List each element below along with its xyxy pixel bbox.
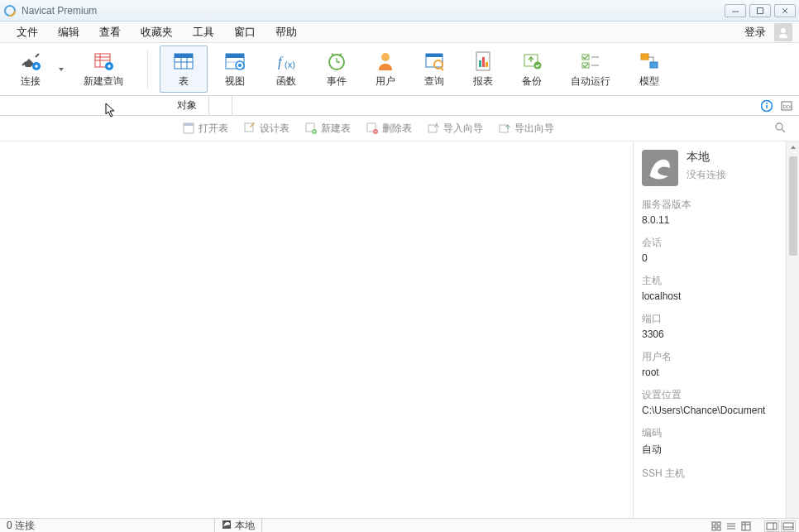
- new-table-icon: [304, 122, 318, 135]
- import-wizard-button[interactable]: 导入向导: [420, 119, 490, 138]
- minimize-button[interactable]: [725, 4, 746, 17]
- close-button[interactable]: [774, 4, 796, 17]
- menu-edit[interactable]: 编辑: [48, 22, 89, 43]
- model-button[interactable]: 模型: [626, 46, 672, 93]
- new-query-button[interactable]: 新建查询: [71, 46, 136, 93]
- connect-button[interactable]: 连接: [7, 46, 55, 93]
- view-detail-icon[interactable]: [739, 520, 753, 532]
- svg-text:(x): (x): [285, 60, 295, 69]
- open-table-button[interactable]: 打开表: [175, 119, 235, 138]
- new-table-label: 新建表: [321, 122, 351, 136]
- svg-point-32: [381, 53, 390, 61]
- view-grid-icon[interactable]: [710, 520, 723, 532]
- svg-rect-16: [175, 54, 193, 58]
- svg-rect-78: [767, 523, 777, 530]
- host-label: 主机: [642, 274, 777, 288]
- toolbar-separator: [147, 50, 148, 88]
- app-icon: [3, 4, 17, 17]
- statusbar: 0 连接 本地: [0, 518, 799, 532]
- design-table-icon: [243, 122, 256, 135]
- export-wizard-button[interactable]: 导出向导: [491, 119, 561, 138]
- svg-line-36: [441, 68, 443, 70]
- tab-objects[interactable]: 对象: [165, 96, 209, 115]
- menu-help[interactable]: 帮助: [266, 22, 307, 43]
- svg-rect-3: [758, 7, 763, 13]
- svg-rect-68: [712, 522, 715, 525]
- function-button[interactable]: f(x) 函数: [262, 46, 310, 93]
- design-table-button[interactable]: 设计表: [237, 119, 296, 138]
- server-version-value: 8.0.11: [642, 214, 777, 226]
- svg-rect-71: [717, 527, 720, 530]
- import-icon: [427, 122, 440, 135]
- plug-icon: [19, 50, 42, 73]
- session-value: 0: [642, 252, 777, 264]
- export-label: 导出向导: [514, 122, 554, 136]
- user-button[interactable]: 用户: [363, 46, 408, 93]
- panel-layout-2-icon[interactable]: [781, 520, 796, 532]
- import-label: 导入向导: [443, 122, 483, 136]
- delete-table-button[interactable]: 删除表: [359, 119, 419, 138]
- backup-label: 备份: [522, 74, 542, 89]
- event-button[interactable]: 事件: [313, 46, 360, 93]
- scrollbar-up-arrow[interactable]: [787, 141, 799, 153]
- view-icon: [223, 50, 246, 73]
- autorun-button[interactable]: 自动运行: [558, 46, 623, 93]
- view-button[interactable]: 视图: [211, 46, 259, 93]
- menubar: 文件 编辑 查看 收藏夹 工具 窗口 帮助 登录: [0, 22, 799, 43]
- autorun-icon: [580, 50, 601, 73]
- table-label: 表: [179, 74, 189, 89]
- connect-label: 连接: [21, 74, 41, 89]
- settings-location-label: 设置位置: [642, 388, 777, 402]
- username-value: root: [642, 367, 777, 378]
- object-toolbar: 打开表 设计表 新建表 删除表 导入向导 导出向导: [169, 116, 799, 141]
- connection-name: 本地: [687, 150, 726, 165]
- open-table-icon: [182, 122, 195, 135]
- menu-view[interactable]: 查看: [89, 22, 131, 43]
- design-table-label: 设计表: [260, 122, 289, 136]
- tab-bar: 对象 DDL: [0, 96, 799, 116]
- panel-layout-1-icon[interactable]: [764, 520, 779, 532]
- new-table-button[interactable]: 新建表: [298, 119, 357, 138]
- svg-text:f: f: [278, 55, 284, 69]
- svg-point-24: [238, 64, 242, 67]
- backup-button[interactable]: 备份: [509, 46, 555, 93]
- svg-rect-80: [783, 523, 793, 530]
- window-title: Navicat Premium: [22, 5, 725, 17]
- ssh-host-label: SSH 主机: [642, 467, 777, 481]
- main-content-area: [0, 141, 633, 518]
- info-icon[interactable]: [759, 98, 774, 113]
- report-button[interactable]: 报表: [461, 46, 505, 93]
- autorun-label: 自动运行: [571, 74, 610, 89]
- table-icon: [172, 50, 195, 73]
- query-button[interactable]: 查询: [411, 46, 457, 93]
- search-button[interactable]: [768, 119, 792, 138]
- menu-tools[interactable]: 工具: [183, 22, 224, 43]
- connection-icon: [642, 150, 678, 186]
- function-icon: f(x): [275, 50, 298, 73]
- svg-line-66: [782, 129, 785, 132]
- user-label: 用户: [376, 74, 395, 89]
- titlebar: Navicat Premium: [0, 0, 799, 22]
- maximize-button[interactable]: [749, 4, 771, 17]
- scrollbar-thumb[interactable]: [789, 156, 797, 256]
- menu-file[interactable]: 文件: [7, 22, 48, 43]
- login-label[interactable]: 登录: [739, 25, 771, 40]
- clock-icon: [326, 50, 347, 73]
- port-value: 3306: [642, 328, 777, 340]
- vertical-scrollbar[interactable]: [786, 141, 799, 518]
- svg-point-65: [776, 123, 782, 130]
- menu-favorites[interactable]: 收藏夹: [131, 22, 183, 43]
- view-label: 视图: [225, 74, 245, 89]
- svg-rect-75: [742, 522, 750, 530]
- view-list-icon[interactable]: [725, 520, 738, 532]
- event-label: 事件: [327, 74, 347, 89]
- ddl-icon[interactable]: DDL: [779, 98, 794, 113]
- svg-rect-69: [717, 522, 720, 525]
- svg-rect-47: [641, 54, 648, 60]
- connect-dropdown[interactable]: [55, 46, 68, 93]
- menu-window[interactable]: 窗口: [224, 22, 266, 43]
- svg-rect-48: [650, 62, 658, 68]
- table-button[interactable]: 表: [160, 46, 208, 93]
- avatar-icon[interactable]: [774, 23, 792, 41]
- svg-rect-38: [479, 60, 481, 67]
